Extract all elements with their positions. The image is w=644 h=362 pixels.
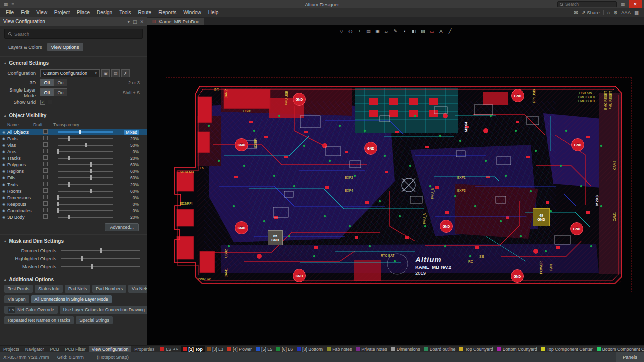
global-search-input[interactable] — [565, 2, 610, 7]
measure-icon[interactable]: ▱ — [382, 27, 391, 35]
transparency-slider[interactable] — [58, 188, 113, 194]
panel-search-input[interactable] — [14, 31, 130, 37]
layer-tab-bottom-courtyard[interactable]: Bottom Courtyard — [495, 346, 539, 352]
layer-tab-l3[interactable]: [3] L3 — [205, 346, 225, 352]
pcb-board[interactable]: I2C CAN2 USB1 FMU USB S3/RPI SD1/FMU F6 … — [174, 85, 624, 284]
transparency-slider[interactable] — [58, 175, 113, 180]
gear-icon[interactable]: ⚙ — [613, 10, 618, 15]
scroll-left-icon[interactable]: ◂ — [173, 347, 175, 351]
configuration-select[interactable]: Custom Configuration ▾ — [40, 69, 100, 77]
single-layer-on-button[interactable]: On — [54, 88, 67, 96]
transparency-slider[interactable] — [58, 214, 113, 220]
eye-icon[interactable]: ◉ — [0, 189, 7, 193]
visibility-row-3d-body[interactable]: ◉ 3D Body 20% — [0, 214, 147, 220]
visibility-row-regions[interactable]: ◉ Regions 60% — [0, 168, 147, 174]
layer-tab-l5[interactable]: [5] L5 — [254, 346, 274, 352]
draft-checkbox[interactable] — [43, 168, 48, 173]
panel-tab-pcb-filter[interactable]: PCB Filter — [62, 346, 89, 352]
config-open-button[interactable]: ▣ — [101, 69, 110, 77]
menu-route[interactable]: Route — [135, 10, 155, 15]
threed-off-button[interactable]: Off — [40, 79, 54, 86]
scroll-right-icon[interactable]: ▸ — [176, 347, 178, 351]
menu-reports[interactable]: Reports — [155, 10, 180, 15]
panel-tab-properties[interactable]: Properties — [131, 346, 157, 352]
comment-icon[interactable]: ✉ — [574, 10, 578, 15]
transparency-slider[interactable] — [58, 155, 113, 161]
layer-tab-board-outline[interactable]: Board outline — [422, 346, 458, 352]
visibility-row-polygons[interactable]: ◉ Polygons 60% — [0, 161, 147, 168]
layer-set-selector[interactable]: LS ◂ ▸ — [157, 346, 181, 352]
transparency-slider[interactable] — [58, 136, 113, 141]
add-icon[interactable]: + — [355, 27, 364, 35]
layer-icon[interactable]: ▤ — [364, 27, 373, 35]
layer-tab-l6[interactable]: [6] L6 — [274, 346, 295, 352]
pin-icon[interactable]: ◫ — [133, 19, 137, 24]
visibility-row-texts[interactable]: ◉ Texts 20% — [0, 181, 147, 188]
panel-search[interactable] — [4, 29, 143, 39]
use-layer-colors-button[interactable]: Use Layer Colors for Connection Drawing — [60, 306, 147, 314]
draft-checkbox[interactable] — [43, 188, 48, 193]
eye-icon[interactable]: ◉ — [0, 143, 7, 147]
visibility-row-rooms[interactable]: ◉ Rooms 60% — [0, 188, 147, 194]
eye-icon[interactable]: ◉ — [0, 130, 7, 134]
status-info-button[interactable]: Status Info — [35, 285, 63, 293]
eye-icon[interactable]: ◉ — [0, 209, 7, 213]
draft-checkbox[interactable] — [43, 142, 48, 147]
transparency-slider[interactable] — [58, 195, 113, 200]
draft-checkbox[interactable] — [43, 214, 48, 219]
transparency-slider[interactable] — [58, 208, 113, 213]
transparency-slider[interactable] — [58, 149, 113, 154]
eye-icon[interactable]: ◉ — [0, 156, 7, 160]
pad-nets-button[interactable]: Pad Nets — [65, 285, 90, 293]
menu-window[interactable]: Window — [180, 10, 205, 15]
visibility-row-tracks[interactable]: ◉ Tracks 20% — [0, 155, 147, 161]
via-nets-button[interactable]: Via Nets — [128, 285, 147, 293]
draft-checkbox[interactable] — [43, 201, 48, 206]
share-button[interactable]: ⇗ Share — [581, 10, 599, 15]
config-delete-button[interactable]: ✗ — [121, 69, 130, 77]
section-general-settings[interactable]: ▴ General Settings — [0, 56, 147, 68]
layer-tab-top[interactable]: [1] Top — [181, 346, 205, 352]
layer-tab-power[interactable]: [4] Power — [225, 346, 254, 352]
text-icon[interactable]: A — [437, 27, 445, 35]
via-span-button[interactable]: Via Span — [4, 295, 29, 303]
eye-icon[interactable]: ◉ — [0, 163, 7, 167]
pcb-canvas[interactable]: ▽ ◎ + ▤ ▣ ▱ ✎ ◐ ◧ ▨ ▭ A ╱ — [147, 25, 644, 345]
tab-layers-colors[interactable]: Layers & Colors — [4, 43, 46, 51]
visibility-row-dimensions[interactable]: ◉ Dimensions 0% — [0, 194, 147, 201]
image-icon[interactable]: ▨ — [419, 27, 427, 35]
pad-numbers-button[interactable]: Pad Numbers — [92, 285, 126, 293]
eye-icon[interactable]: ◉ — [0, 202, 7, 206]
net-color-override-button[interactable]: F5Net Color Override — [4, 306, 58, 314]
visibility-row-pads[interactable]: ◉ Pads 20% — [0, 135, 147, 142]
menu-design[interactable]: Design — [93, 10, 116, 15]
layer-tab-private-notes[interactable]: Private notes — [354, 346, 389, 352]
eye-icon[interactable]: ◉ — [0, 176, 7, 180]
draft-checkbox[interactable] — [43, 175, 48, 179]
workspace-icon[interactable]: ▦ — [619, 2, 627, 7]
tab-view-options[interactable]: View Options — [47, 43, 84, 51]
single-layer-off-button[interactable]: Off — [40, 88, 54, 96]
region-icon[interactable]: ▭ — [428, 27, 436, 35]
eye-icon[interactable]: ◉ — [0, 196, 7, 200]
menu-project[interactable]: Project — [51, 10, 73, 15]
visibility-row-fills[interactable]: ◉ Fills 60% — [0, 174, 147, 181]
draw-icon[interactable]: ✎ — [391, 27, 400, 35]
draft-checkbox[interactable] — [43, 182, 48, 186]
draft-checkbox[interactable] — [43, 195, 48, 199]
layer-tab-dimensions[interactable]: Dimensions — [389, 346, 422, 352]
panel-dropdown-icon[interactable]: ▾ — [127, 19, 130, 24]
menu-view[interactable]: View — [33, 10, 51, 15]
menu-edit[interactable]: Edit — [17, 10, 33, 15]
eye-icon[interactable]: ◉ — [0, 169, 7, 173]
layer-tab-top-courtyard[interactable]: Top Courtyard — [457, 346, 495, 352]
menu-help[interactable]: Help — [205, 10, 222, 15]
close-button[interactable]: ✕ — [629, 0, 642, 8]
advanced-button[interactable]: Advanced... — [105, 223, 139, 231]
transparency-slider[interactable] — [58, 162, 113, 167]
grid-icon[interactable]: ▦ — [634, 10, 639, 15]
highlighted-objects-slider[interactable] — [61, 256, 140, 261]
visibility-row-vias[interactable]: ◉ Vias 50% — [0, 142, 147, 148]
home-icon[interactable]: ⌂ — [607, 10, 610, 15]
eye-icon[interactable]: ◉ — [0, 215, 7, 219]
